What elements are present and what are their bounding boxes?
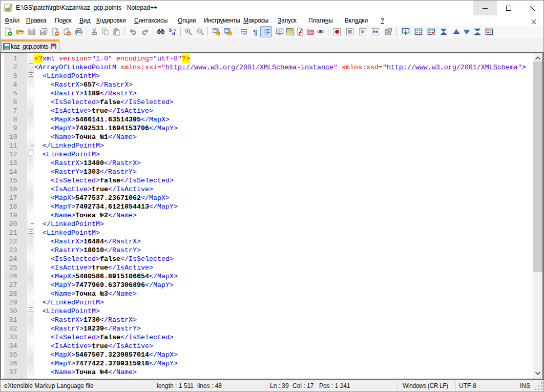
- svg-text:1: 1: [404, 29, 407, 34]
- svg-text:¶: ¶: [253, 28, 257, 36]
